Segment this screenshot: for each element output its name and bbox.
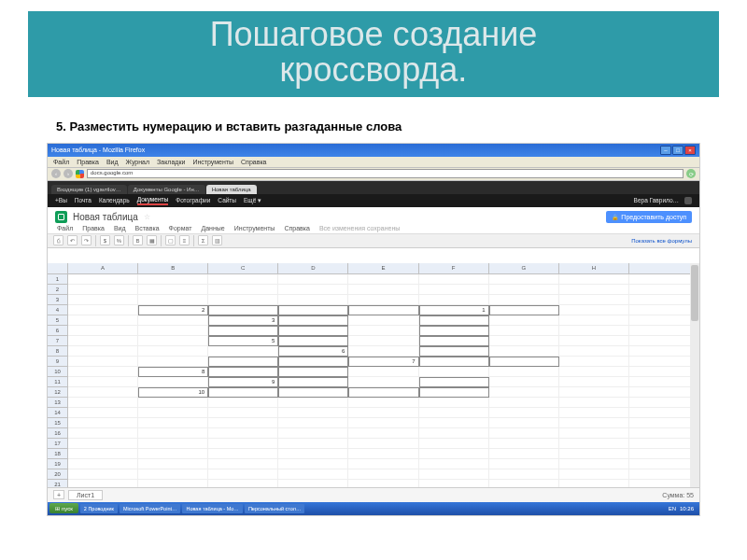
cell[interactable] <box>138 418 208 428</box>
cell[interactable] <box>629 449 699 459</box>
cell[interactable] <box>629 295 699 305</box>
cell[interactable] <box>138 428 208 439</box>
cell[interactable] <box>68 346 138 357</box>
forward-button[interactable]: › <box>63 169 73 178</box>
cell[interactable] <box>559 285 629 295</box>
cell[interactable] <box>208 274 278 285</box>
cell[interactable] <box>559 449 629 459</box>
row-header[interactable]: 13 <box>48 398 68 408</box>
cell[interactable] <box>208 480 278 487</box>
row-header[interactable]: 20 <box>48 469 68 480</box>
cell[interactable] <box>208 387 278 398</box>
cell[interactable] <box>68 305 138 315</box>
cell[interactable] <box>489 305 559 315</box>
cell[interactable] <box>138 449 208 459</box>
menu-item[interactable]: Инструменты <box>192 159 233 165</box>
col-header[interactable]: A <box>68 263 138 273</box>
chart-button[interactable]: ▥ <box>212 235 222 245</box>
back-button[interactable]: ‹ <box>51 169 61 178</box>
docs-menu-item[interactable]: Файл <box>57 225 73 231</box>
cell[interactable] <box>559 387 629 398</box>
col-header[interactable]: E <box>348 263 418 273</box>
cell[interactable] <box>559 326 629 336</box>
cell[interactable] <box>419 367 489 377</box>
cell[interactable] <box>278 367 348 377</box>
menu-item[interactable]: Справка <box>241 159 266 165</box>
cell[interactable] <box>629 315 699 326</box>
docs-menu-item[interactable]: Формат <box>169 225 192 231</box>
cell[interactable]: 2 <box>138 305 208 315</box>
cell[interactable] <box>419 449 489 459</box>
docs-menu-item[interactable]: Вид <box>114 225 126 231</box>
cell[interactable]: 9 <box>208 377 278 387</box>
cell[interactable] <box>68 387 138 398</box>
cell[interactable] <box>559 295 629 305</box>
browser-tab[interactable]: Документы Google - Ин… <box>128 185 205 194</box>
cell[interactable] <box>208 418 278 428</box>
cell[interactable] <box>138 459 208 469</box>
cell[interactable] <box>138 480 208 487</box>
docs-menu-item[interactable]: Инструменты <box>234 225 275 231</box>
cell[interactable] <box>489 346 559 357</box>
cell[interactable] <box>208 295 278 305</box>
cell[interactable] <box>419 469 489 480</box>
scrollbar-thumb[interactable] <box>691 265 698 321</box>
cell[interactable] <box>629 305 699 315</box>
cell[interactable] <box>278 295 348 305</box>
cell[interactable] <box>278 398 348 408</box>
cell[interactable] <box>559 480 629 487</box>
row-header[interactable]: 15 <box>48 418 68 428</box>
cell[interactable] <box>489 398 559 408</box>
cell[interactable] <box>559 418 629 428</box>
cell[interactable] <box>278 377 348 387</box>
cell[interactable] <box>278 274 348 285</box>
cell[interactable]: 8 <box>138 367 208 377</box>
cell[interactable] <box>489 439 559 449</box>
lang-indicator[interactable]: EN <box>669 506 676 511</box>
cell[interactable] <box>489 459 559 469</box>
gbar-item[interactable]: Календарь <box>99 197 130 203</box>
cell[interactable] <box>278 428 348 439</box>
taskbar-app[interactable]: Новая таблица - Mo… <box>182 504 242 513</box>
cell[interactable] <box>419 377 489 387</box>
cell[interactable] <box>629 398 699 408</box>
cell[interactable] <box>419 285 489 295</box>
cell[interactable]: 5 <box>208 336 278 346</box>
row-header[interactable]: 5 <box>48 315 68 326</box>
taskbar-app[interactable]: Microsoft PowerPoint… <box>120 504 180 513</box>
cell[interactable] <box>68 459 138 469</box>
cell[interactable] <box>68 398 138 408</box>
cell[interactable] <box>629 346 699 357</box>
cell[interactable] <box>278 285 348 295</box>
cell[interactable] <box>489 428 559 439</box>
cell[interactable] <box>208 428 278 439</box>
col-header[interactable]: B <box>138 263 208 273</box>
taskbar-app[interactable]: Персональный стол… <box>245 504 305 513</box>
row-header[interactable]: 8 <box>48 346 68 357</box>
cell[interactable] <box>138 326 208 336</box>
cell[interactable] <box>138 295 208 305</box>
cell[interactable] <box>419 295 489 305</box>
cell[interactable] <box>68 439 138 449</box>
cell[interactable] <box>489 449 559 459</box>
cell[interactable] <box>138 346 208 357</box>
align-button[interactable]: ≡ <box>179 235 190 245</box>
cell[interactable] <box>208 326 278 336</box>
row-header[interactable]: 11 <box>48 377 68 387</box>
minimize-button[interactable]: – <box>660 146 671 155</box>
cell[interactable] <box>489 285 559 295</box>
cell[interactable] <box>629 367 699 377</box>
row-header[interactable]: 18 <box>48 449 68 459</box>
system-tray[interactable]: EN 10:26 <box>665 506 698 511</box>
cell[interactable] <box>348 295 418 305</box>
cell[interactable] <box>559 315 629 326</box>
cell[interactable] <box>559 305 629 315</box>
cell[interactable] <box>138 336 208 346</box>
cell[interactable] <box>629 326 699 336</box>
cell[interactable] <box>278 480 348 487</box>
cell[interactable] <box>138 377 208 387</box>
cell[interactable] <box>68 377 138 387</box>
cell[interactable] <box>278 357 348 367</box>
cell[interactable] <box>138 357 208 367</box>
cell[interactable]: 10 <box>138 387 208 398</box>
